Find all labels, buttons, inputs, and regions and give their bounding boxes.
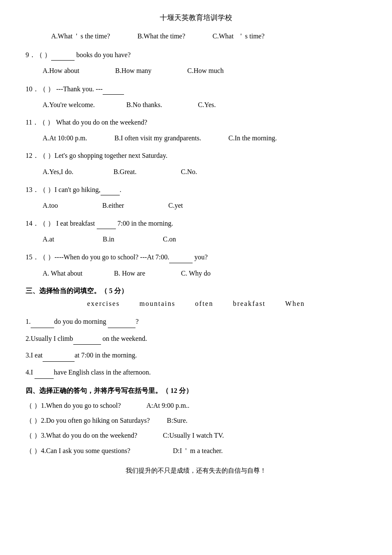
q9-optA: A.How about xyxy=(43,65,79,76)
match1-q: （ ）1.When do you go to school? xyxy=(26,400,121,411)
fill-1: 1. do you do morning ? xyxy=(26,315,366,328)
footer-text: 我们提升的不只是成绩，还有失去的自信与自尊！ xyxy=(26,467,366,475)
option-text: A.What ' s the time? xyxy=(51,30,110,42)
fill1-mid: do you do morning xyxy=(54,318,108,325)
q15-options: A. What about B. How are C. Why do xyxy=(43,267,366,279)
q13-prefix: 13．（ ） xyxy=(26,186,55,193)
match3-q: （ ）3.What do you do on the weekend? xyxy=(26,430,137,441)
option-text: C.What ' s time? xyxy=(213,30,265,42)
match-item-4: （ ）4.Can I ask you some questions? D:I '… xyxy=(26,445,366,456)
q14-options: A.at B.in C.on xyxy=(43,233,366,245)
q12-optC: C.No. xyxy=(181,166,197,177)
q10-prefix: 10．（ ） xyxy=(26,85,55,93)
q11-optA: A.At 10:00 p.m. xyxy=(43,132,87,144)
q10-optC: C.Yes. xyxy=(198,99,216,110)
fill4-num: 4.I xyxy=(26,369,35,376)
section3-word-bank: exercises mountains often breakfast When xyxy=(26,300,366,308)
q14-prefix: 14．（ ） xyxy=(26,220,55,227)
q12-optB: B.Great. xyxy=(113,166,136,177)
q11-prefix: 11．（ ） xyxy=(26,119,54,126)
fill-4: 4.I have English class in the afternoon. xyxy=(26,366,366,379)
q15-text: ----When do you go to school? ---At 7:00… xyxy=(55,253,169,261)
q14-blank xyxy=(97,217,116,229)
fill1-end: ? xyxy=(135,318,138,325)
q9-options: A.How about B.How many C.How much xyxy=(43,65,366,76)
fill3-blank xyxy=(43,349,75,362)
q10-blank xyxy=(103,83,124,95)
q13-optB: B.either xyxy=(102,200,124,211)
option-text: B.What the time? xyxy=(137,30,185,42)
question-15: 15．（ ）----When do you go to school? ---A… xyxy=(26,251,366,263)
fill1-blank2 xyxy=(108,315,135,328)
match4-a: D:I ' m a teacher. xyxy=(173,445,223,456)
q15-prefix: 15．（ ） xyxy=(26,253,55,261)
q11-optB: B.I often visit my grandparents. xyxy=(114,132,201,144)
q12-options: A.Yes,I do. B.Great. C.No. xyxy=(43,166,366,177)
fill4-blank xyxy=(35,366,54,379)
q9-text: books do you have? xyxy=(75,51,131,58)
q14-optB: B.in xyxy=(103,233,114,245)
word-breakfast: breakfast xyxy=(233,300,266,307)
q9-optB: B.How many xyxy=(115,65,151,76)
q11-text: What do you do on the weekend? xyxy=(54,119,147,126)
q11-options: A.At 10:00 p.m. B.I often visit my grand… xyxy=(43,132,366,144)
q13-options: A.too B.either C.yet xyxy=(43,200,366,211)
q9-blank xyxy=(51,49,75,61)
q14-optC: C.on xyxy=(163,233,176,245)
q10-optA: A.You're welcome. xyxy=(43,99,95,110)
question-11: 11．（ ） What do you do on the weekend? xyxy=(26,116,366,128)
q15-text2: you? xyxy=(193,253,208,261)
q13-optA: A.too xyxy=(43,200,58,211)
q13-text: I can't go hiking, xyxy=(55,186,101,193)
match-item-2: （ ）2.Do you often go hiking on Saturdays… xyxy=(26,415,366,426)
q10-options: A.You're welcome. B.No thanks. C.Yes. xyxy=(43,99,366,110)
header-options-row: A.What ' s the time? B.What the time? C.… xyxy=(51,30,366,42)
q15-optA: A. What about xyxy=(43,267,82,279)
q14-text: I eat breakfast xyxy=(55,220,97,227)
fill4-end: have English class in the afternoon. xyxy=(54,369,151,376)
q12-prefix: 12．（ ） xyxy=(26,152,55,159)
q9-optC: C.How much xyxy=(187,65,224,76)
q11-optC: C.In the morning. xyxy=(228,132,277,144)
section3-header: 三、选择恰当的词填空。（ 5 分） xyxy=(26,287,366,296)
fill3-end: at 7:00 in the morning. xyxy=(75,352,137,359)
q10-optB: B.No thanks. xyxy=(127,99,162,110)
fill2-blank xyxy=(73,332,101,345)
match4-q: （ ）4.Can I ask you some questions? xyxy=(26,445,130,456)
q12-optA: A.Yes,I do. xyxy=(43,166,73,177)
word-often: often xyxy=(195,300,213,307)
question-14: 14．（ ） I eat breakfast 7:00 in the morni… xyxy=(26,217,366,229)
fill3-num: 3.I eat xyxy=(26,352,43,359)
q15-blank xyxy=(169,251,193,263)
page-title: 十堰天英教育培训学校 xyxy=(26,13,366,23)
fill1-num: 1. xyxy=(26,318,31,325)
section4-header: 四、选择正确的答句，并将序号写在括号里。（ 12 分） xyxy=(26,386,366,395)
match2-q: （ ）2.Do you often go hiking on Saturdays… xyxy=(26,415,150,426)
fill-3: 3.I eat at 7:00 in the morning. xyxy=(26,349,366,362)
q13-text2: . xyxy=(120,186,121,193)
fill2-num: 2.Usually I climb xyxy=(26,335,73,342)
q15-optC: C. Why do xyxy=(181,267,210,279)
fill2-end: on the weekend. xyxy=(101,335,147,342)
word-when: When xyxy=(285,300,305,307)
q15-optB: B. How are xyxy=(114,267,145,279)
match3-a: C:Usually I watch TV. xyxy=(163,430,224,441)
match2-a: B:Sure. xyxy=(167,415,187,426)
q12-text: Let's go shopping together next Saturday… xyxy=(55,152,167,159)
question-9: 9．（ ） books do you have? xyxy=(26,49,366,61)
question-10: 10．（ ） ---Thank you. --- xyxy=(26,83,366,95)
q9-prefix: 9．（ ） xyxy=(26,51,51,58)
match-item-1: （ ）1.When do you go to school? A:At 9:00… xyxy=(26,400,366,411)
section4-items: （ ）1.When do you go to school? A:At 9:00… xyxy=(26,400,366,456)
q13-blank xyxy=(101,183,120,195)
word-exercises: exercises xyxy=(87,300,120,307)
question-13: 13．（ ）I can't go hiking, . xyxy=(26,183,366,195)
q13-optC: C.yet xyxy=(168,200,183,211)
match-item-3: （ ）3.What do you do on the weekend? C:Us… xyxy=(26,430,366,441)
q10-text: ---Thank you. --- xyxy=(55,85,103,93)
fill-2: 2.Usually I climb on the weekend. xyxy=(26,332,366,345)
word-mountains: mountains xyxy=(139,300,176,307)
question-12: 12．（ ）Let's go shopping together next Sa… xyxy=(26,150,366,161)
q14-optA: A.at xyxy=(43,233,54,245)
q14-text2: 7:00 in the morning. xyxy=(116,220,173,227)
